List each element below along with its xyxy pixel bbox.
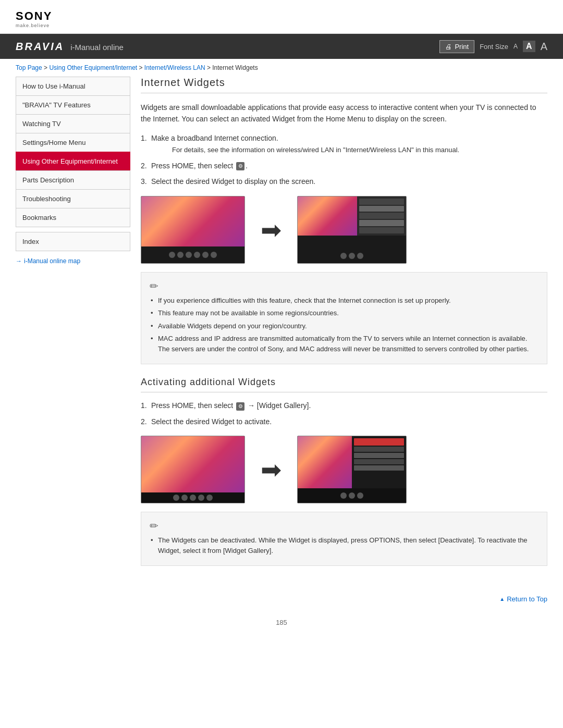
screenshots-row-2: ➡ xyxy=(141,436,547,503)
navbar-brand: BRAVIA i-Manual online xyxy=(16,41,124,53)
sony-logo: SONY make.believe xyxy=(16,9,547,28)
section2-title: Activating additional Widgets xyxy=(141,377,547,392)
section1-intro: Widgets are small downloadable applicati… xyxy=(141,102,547,125)
breadcrumb-sep3: > xyxy=(207,64,212,71)
sidebar-item-using-other[interactable]: Using Other Equipment/Internet xyxy=(16,152,130,171)
step-2-1: 1. Press HOME, then select ⚙ → [Widget G… xyxy=(141,400,547,411)
font-size-label: Font Size xyxy=(480,43,508,51)
main-layout: How to Use i-Manual "BRAVIA" TV Features… xyxy=(0,77,563,590)
section1-title: Internet Widgets xyxy=(141,77,547,93)
note-item-4: MAC address and IP address are transmitt… xyxy=(150,334,538,354)
breadcrumb-sep2: > xyxy=(139,64,144,71)
page-number: 185 xyxy=(276,619,287,626)
breadcrumb-top[interactable]: Top Page xyxy=(16,64,42,71)
note-list-1: If you experience difficulties with this… xyxy=(150,295,538,354)
header: SONY make.believe xyxy=(0,0,563,34)
step-1-text: Make a broadband Internet connection. xyxy=(151,134,278,142)
bravia-logo: BRAVIA xyxy=(16,41,64,53)
font-size-medium-button[interactable]: A xyxy=(523,41,535,52)
navbar: BRAVIA i-Manual online 🖨 Print Font Size… xyxy=(0,34,563,59)
screenshot-after-2 xyxy=(297,436,407,503)
sidebar: How to Use i-Manual "BRAVIA" TV Features… xyxy=(16,77,130,574)
step-2-text: Press HOME, then select ⚙. xyxy=(151,162,248,170)
sidebar-item-watching-tv[interactable]: Watching TV xyxy=(16,114,130,133)
print-label: Print xyxy=(455,43,469,51)
breadcrumb-current: Internet Widgets xyxy=(212,64,258,71)
font-size-small-button[interactable]: A xyxy=(513,43,518,50)
screenshot-after-1 xyxy=(297,196,407,264)
sidebar-item-how-to-use[interactable]: How to Use i-Manual xyxy=(16,77,130,96)
screenshot-before-2 xyxy=(141,436,245,503)
section2-steps: 1. Press HOME, then select ⚙ → [Widget G… xyxy=(141,400,547,427)
imanual-subtitle: i-Manual online xyxy=(70,43,124,52)
step-3-text: Select the desired Widget to display on … xyxy=(151,177,315,186)
note-box-1: ✏ If you experience difficulties with th… xyxy=(141,272,547,365)
arrow-icon-2: ➡ xyxy=(261,455,282,484)
note-list-2: The Widgets can be deactivated. While th… xyxy=(150,535,538,556)
breadcrumb-sep1: > xyxy=(44,64,49,71)
sidebar-item-settings-home[interactable]: Settings/Home Menu xyxy=(16,133,130,152)
note-icon-1: ✏ xyxy=(150,280,538,292)
sidebar-item-bookmarks[interactable]: Bookmarks xyxy=(16,208,130,227)
imanual-map-link[interactable]: i-Manual online map xyxy=(16,257,130,265)
section1-steps: 1. Make a broadband Internet connection.… xyxy=(141,132,547,188)
print-icon: 🖨 xyxy=(445,43,452,51)
sidebar-item-index[interactable]: Index xyxy=(16,232,130,251)
step-2-1-text: Press HOME, then select ⚙ → [Widget Gall… xyxy=(151,401,311,410)
breadcrumb-wireless-lan[interactable]: Internet/Wireless LAN xyxy=(144,64,205,71)
step-2-2: 2. Select the desired Widget to activate… xyxy=(141,416,547,427)
widget-icon-1: ⚙ xyxy=(236,162,244,170)
navbar-right: 🖨 Print Font Size A A A xyxy=(439,40,547,53)
note-item-2: This feature may not be available in som… xyxy=(150,308,538,318)
widget-icon-2: ⚙ xyxy=(236,402,244,411)
breadcrumb: Top Page > Using Other Equipment/Interne… xyxy=(0,59,563,77)
step-1: 1. Make a broadband Internet connection.… xyxy=(141,132,547,156)
print-button[interactable]: 🖨 Print xyxy=(439,40,474,53)
breadcrumb-using-other[interactable]: Using Other Equipment/Internet xyxy=(49,64,137,71)
return-to-top[interactable]: Return to Top xyxy=(0,590,563,608)
screenshot-before-1 xyxy=(141,196,245,264)
step-2-2-text: Select the desired Widget to activate. xyxy=(151,417,272,426)
font-size-large-button[interactable]: A xyxy=(541,41,547,53)
sidebar-item-troubleshooting[interactable]: Troubleshooting xyxy=(16,189,130,208)
note-item-3: Available Widgets depend on your region/… xyxy=(150,321,538,331)
note-icon-2: ✏ xyxy=(150,520,538,532)
step-1-sub: For details, see the information on wire… xyxy=(151,145,547,156)
note-box-2: ✏ The Widgets can be deactivated. While … xyxy=(141,512,547,566)
arrow-icon-1: ➡ xyxy=(261,215,282,244)
note-item-1: If you experience difficulties with this… xyxy=(150,295,538,306)
screenshots-row-1: ➡ xyxy=(141,196,547,264)
sidebar-item-bravia-features[interactable]: "BRAVIA" TV Features xyxy=(16,95,130,115)
sidebar-item-parts-description[interactable]: Parts Description xyxy=(16,170,130,190)
footer: 185 xyxy=(0,608,563,637)
content-area: Internet Widgets Widgets are small downl… xyxy=(141,77,547,574)
step-2: 2. Press HOME, then select ⚙. xyxy=(141,160,547,171)
note-2-item-1: The Widgets can be deactivated. While th… xyxy=(150,535,538,556)
step-3: 3. Select the desired Widget to display … xyxy=(141,176,547,187)
